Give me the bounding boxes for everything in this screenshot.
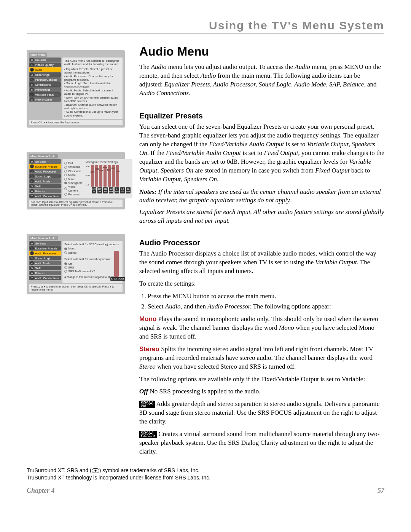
figure2-body: FlatStandardCinematicMusicVoiceVideogame… bbox=[62, 159, 132, 198]
figure-menu-item: 6Preferences bbox=[29, 87, 61, 92]
figure-menu-item: 4Audio Mode bbox=[29, 179, 61, 184]
figure-menu-item: 1Picture Quality bbox=[29, 62, 61, 67]
step-1: Press the MENU button to access the main… bbox=[148, 292, 384, 301]
equalizer-presets-heading: Equalizer Presets bbox=[139, 111, 384, 121]
audio-menu-heading: Audio Menu bbox=[139, 43, 384, 60]
figure-menu-item: 5SAP bbox=[29, 184, 61, 189]
figure-menu-item: 5SAP bbox=[29, 266, 61, 270]
figures-column: Main Menu 0Go Back1Picture Quality2Audio… bbox=[27, 43, 129, 460]
figure2-menu: 0Go Back1Equalizer Presets2Audio Process… bbox=[29, 159, 61, 198]
figure-menu-item: 2Audio Processor bbox=[29, 169, 61, 174]
figure2-preset-list: FlatStandardCinematicMusicVoiceVideogame… bbox=[64, 161, 84, 196]
figure3-body: Select a default for NTSC (analog) sourc… bbox=[62, 241, 123, 283]
chapter-label: Chapter 4 bbox=[27, 487, 55, 495]
figure-menu-item: 0Go Back bbox=[29, 159, 61, 164]
figure2-breadcrumb: Main Menu ▸ Audio bbox=[29, 154, 58, 158]
page-number: 57 bbox=[378, 487, 384, 495]
figure1-breadcrumb: Main Menu bbox=[29, 53, 47, 57]
figure3-sec2-title: Select a default for sound expansion: bbox=[64, 257, 121, 261]
figure2-bar-labels: 120 Hz300 Hz500 Hz1.2 kHz3 kHz7.5 kHz12 … bbox=[92, 187, 131, 193]
figure-menu-item: 3Recordings bbox=[29, 72, 61, 77]
figure-menu-item: 3Sound Logic bbox=[29, 174, 61, 179]
figure-menu-item: 2Audio Processor bbox=[29, 251, 61, 256]
figure-equalizer-presets: Main Menu ▸ Audio 0Go Back1Equalizer Pre… bbox=[27, 152, 125, 209]
figure-menu-item: 3Sound Logic bbox=[29, 256, 61, 260]
figure3-foot: Press ▴ or ▾ to point to an option, then… bbox=[29, 284, 123, 292]
figure2-bars bbox=[91, 165, 119, 187]
equalizer-presets-paragraph: You can select one of the seven-band Equ… bbox=[139, 123, 384, 184]
option-stereo: Stereo Splits the incoming stereo audio … bbox=[139, 345, 384, 371]
audio-processor-heading: Audio Processor bbox=[139, 238, 384, 248]
equalizer-notes: Notes: If the internal speakers are used… bbox=[139, 188, 384, 226]
figure3-sec1-title: Select a default for NTSC (analog) sourc… bbox=[64, 243, 121, 246]
figure3-menu: 0Go Back1Equalizer Presets2Audio Process… bbox=[29, 241, 61, 283]
figure1-foot: Press OK or ▸ to access the Audio menu. bbox=[29, 120, 123, 125]
option-off: Off No SRS processing is applied to the … bbox=[139, 387, 384, 396]
header-title: Using the TV's Menu System bbox=[27, 19, 384, 32]
figure-menu-item: 4Audio Mode bbox=[29, 261, 61, 265]
figure1-bullets: • Equalizer Presets: Select a preset or … bbox=[64, 67, 121, 117]
figure-menu-item: 7Audio Connections bbox=[29, 194, 61, 198]
body-text-column: Audio Menu The Audio menu lets you adjus… bbox=[139, 43, 384, 460]
srs-symbol-icon bbox=[92, 468, 99, 473]
figure-menu-item: 8Web Browser bbox=[29, 97, 61, 102]
figure1-body: The Audio menu has screens for setting t… bbox=[62, 58, 123, 119]
figure-menu-item: 1Equalizer Presets bbox=[29, 246, 61, 251]
intro-paragraph: The Audio menu lets you adjust audio out… bbox=[139, 63, 384, 98]
figure2-foot: For each input select a different equali… bbox=[29, 200, 123, 207]
figure-menu-item: 0Go Back bbox=[29, 241, 61, 246]
step-2: Select Audio, and then Audio Processor. … bbox=[148, 302, 384, 311]
option-trusurround: SRS(●)TruSurround XT Creates a virtual s… bbox=[139, 430, 384, 456]
figure2-slider-title: Videogame Preset Settings bbox=[86, 161, 131, 164]
figure-menu-item: 5Connections bbox=[29, 82, 61, 87]
figure-menu-item: 0Go Back bbox=[29, 58, 61, 62]
figure-main-menu-audio: Main Menu 0Go Back1Picture Quality2Audio… bbox=[27, 50, 125, 128]
option-srs: SRS(●)WOW Adds greater depth and stereo … bbox=[139, 400, 384, 426]
to-create-settings: To create the settings: bbox=[139, 280, 384, 288]
figure-menu-item: 6Balance bbox=[29, 271, 61, 275]
figure-menu-item: 6Balance bbox=[29, 189, 61, 193]
figure-menu-item: 2Audio bbox=[29, 67, 61, 72]
option-mono: Mono Plays the sound in monophonic audio… bbox=[139, 315, 384, 341]
figure3-breadcrumb: Main Menu ▸ Audio bbox=[29, 236, 58, 240]
variable-output-note: The following options are available only… bbox=[139, 375, 384, 384]
figure-menu-item: 7Assisted Setup bbox=[29, 92, 61, 97]
header-rule bbox=[27, 34, 384, 34]
figure3-sec1-opts: MonoStereo bbox=[64, 247, 121, 254]
figure1-body-intro: The Audio menu has screens for setting t… bbox=[64, 59, 121, 66]
figure-audio-processor: Main Menu ▸ Audio 0Go Back1Equalizer Pre… bbox=[27, 234, 125, 294]
steps-list: Press the MENU button to access the main… bbox=[148, 292, 384, 311]
figure3-sec2-opts: OffSRSSRS TruSurround XT bbox=[64, 262, 121, 273]
figure-menu-item: 1Equalizer Presets bbox=[29, 164, 61, 169]
figure-menu-item: 4Parental Controls bbox=[29, 77, 61, 82]
audio-processor-paragraph: The Audio Processor displays a choice li… bbox=[139, 249, 384, 276]
figure-menu-item: 7Audio Connections bbox=[29, 276, 61, 280]
srs-focus-slider-icon bbox=[114, 251, 119, 277]
figure2-sliders: Videogame Preset Settings +140 dB-14 120… bbox=[86, 161, 131, 196]
trusurround-logo-icon: SRS(●)TruSurround XT bbox=[139, 431, 157, 438]
figure1-menu: 0Go Back1Picture Quality2Audio3Recording… bbox=[29, 58, 61, 119]
trademark-note: TruSurround XT, SRS and () symbol are tr… bbox=[27, 467, 384, 481]
page-footer: Chapter 4 57 bbox=[27, 487, 384, 495]
srs-logo-icon: SRS(●)WOW bbox=[139, 401, 155, 408]
